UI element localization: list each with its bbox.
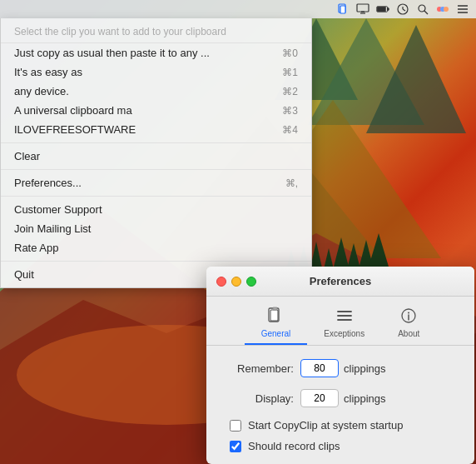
- separator-4: [1, 261, 311, 262]
- copyclip-menubar-icon[interactable]: [336, 2, 350, 16]
- traffic-lights: [216, 277, 256, 287]
- svg-rect-39: [273, 307, 277, 310]
- battery-menubar-icon[interactable]: [376, 2, 389, 16]
- clip-item-0-shortcut: ⌘0: [282, 47, 298, 59]
- svg-point-44: [408, 312, 409, 314]
- maximize-button[interactable]: [246, 277, 256, 287]
- tab-general-label: General: [261, 329, 291, 338]
- menu-header: Select the clip you want to add to your …: [1, 22, 311, 43]
- clip-item-2[interactable]: any device. ⌘2: [1, 82, 311, 101]
- tab-general[interactable]: General: [245, 303, 308, 345]
- clip-item-3-label: A universal clipboard ma: [14, 104, 132, 117]
- clip-item-4[interactable]: ILOVEFREESOFTWARE ⌘4: [1, 120, 311, 139]
- customer-support-label: Customer Support: [14, 203, 102, 216]
- remember-unit: clippings: [344, 362, 386, 375]
- rate-app-action[interactable]: Rate App: [1, 238, 311, 257]
- separator-2: [1, 169, 311, 170]
- display-input[interactable]: [300, 389, 339, 407]
- display-row: Display: clippings: [223, 389, 458, 407]
- clip-item-4-label: ILOVEFREESOFTWARE: [14, 123, 136, 136]
- hamburger-menubar-icon[interactable]: [456, 2, 469, 16]
- tab-exceptions[interactable]: Exceptions: [307, 303, 381, 345]
- svg-rect-38: [270, 310, 278, 321]
- clear-label: Clear: [14, 150, 40, 162]
- svg-point-33: [444, 7, 449, 12]
- window-title: Preferences: [310, 275, 371, 287]
- preferences-label: Preferences...: [14, 177, 82, 189]
- menubar: [0, 0, 476, 18]
- customer-support-action[interactable]: Customer Support: [1, 200, 311, 219]
- dropdown-menu: Select the clip you want to add to your …: [0, 18, 312, 288]
- display-menubar-icon[interactable]: [356, 2, 369, 16]
- tab-about-label: About: [398, 329, 419, 338]
- window-titlebar: Preferences: [206, 267, 474, 297]
- tab-about[interactable]: About: [381, 303, 436, 345]
- clear-action[interactable]: Clear: [1, 147, 311, 166]
- display-label: Display:: [223, 392, 294, 405]
- minimize-button[interactable]: [231, 277, 241, 287]
- toolbar: General Exceptions About: [206, 297, 474, 346]
- tab-exceptions-label: Exceptions: [324, 329, 364, 338]
- rate-app-label: Rate App: [14, 242, 59, 254]
- svg-rect-25: [378, 7, 386, 12]
- preferences-shortcut: ⌘,: [285, 177, 298, 189]
- clock-menubar-icon[interactable]: [396, 2, 409, 16]
- svg-line-28: [403, 9, 405, 11]
- svg-rect-20: [357, 4, 369, 12]
- startup-checkbox[interactable]: [230, 420, 241, 432]
- svg-point-29: [419, 5, 425, 12]
- clip-item-2-label: any device.: [14, 85, 69, 97]
- general-icon: [266, 307, 285, 327]
- clip-item-4-shortcut: ⌘4: [282, 124, 298, 136]
- remember-row: Remember: clippings: [223, 359, 458, 377]
- preferences-action[interactable]: Preferences... ⌘,: [1, 173, 311, 192]
- record-row: Should record clips: [223, 440, 458, 452]
- clip-item-2-shortcut: ⌘2: [282, 86, 298, 97]
- clip-item-0[interactable]: Just copy as usual then paste it to any …: [1, 43, 311, 62]
- remember-label: Remember:: [223, 362, 294, 375]
- mailing-list-label: Join Mailing List: [14, 222, 92, 235]
- mailing-list-action[interactable]: Join Mailing List: [1, 219, 311, 238]
- about-icon: [399, 307, 418, 327]
- search-menubar-icon[interactable]: [416, 2, 429, 16]
- remember-input[interactable]: [300, 359, 339, 377]
- quit-label: Quit: [14, 268, 34, 281]
- close-button[interactable]: [216, 277, 226, 287]
- preferences-window: Preferences General Exceptions: [206, 267, 474, 464]
- svg-rect-19: [340, 6, 345, 13]
- clip-item-1[interactable]: It's as easy as ⌘1: [1, 62, 311, 82]
- clip-item-3-shortcut: ⌘3: [282, 105, 298, 117]
- separator-3: [1, 196, 311, 197]
- clip-item-3[interactable]: A universal clipboard ma ⌘3: [1, 101, 311, 120]
- clip-item-1-shortcut: ⌘1: [282, 67, 298, 78]
- record-checkbox[interactable]: [230, 441, 241, 452]
- prefs-content: Remember: clippings Display: clippings S…: [206, 346, 474, 464]
- svg-marker-2: [308, 18, 424, 125]
- clip-item-1-label: It's as easy as: [14, 66, 82, 78]
- exceptions-icon: [335, 307, 354, 327]
- clip-item-0-label: Just copy as usual then paste it to any …: [14, 47, 210, 59]
- startup-row: Start CopyClip at system startup: [223, 419, 458, 432]
- svg-marker-3: [366, 25, 466, 133]
- svg-rect-24: [388, 7, 389, 10]
- siri-menubar-icon[interactable]: [436, 2, 449, 16]
- separator-1: [1, 142, 311, 143]
- record-label: Should record clips: [248, 440, 340, 452]
- display-unit: clippings: [344, 392, 386, 405]
- startup-label: Start CopyClip at system startup: [248, 419, 403, 432]
- svg-line-30: [424, 11, 428, 14]
